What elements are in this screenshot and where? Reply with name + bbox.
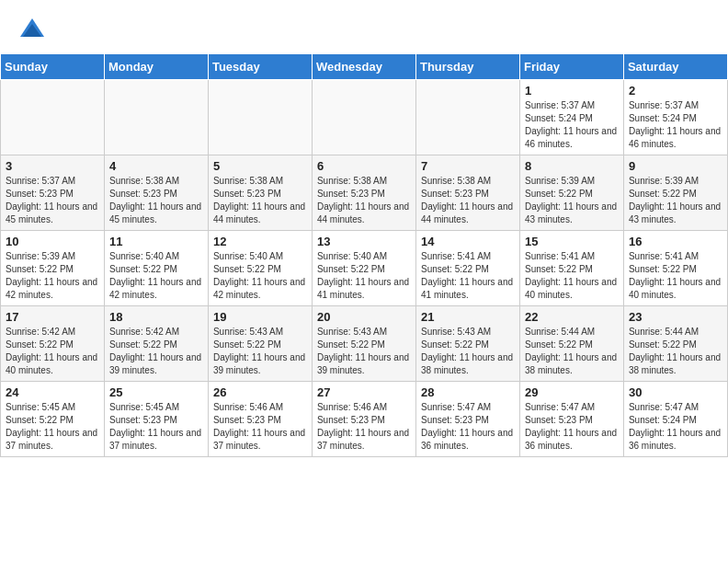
header-monday: Monday: [104, 54, 208, 80]
day-info: Sunrise: 5:39 AM Sunset: 5:22 PM Dayligh…: [629, 175, 722, 226]
calendar-cell: 10Sunrise: 5:39 AM Sunset: 5:22 PM Dayli…: [1, 231, 105, 306]
day-number: 15: [525, 235, 619, 248]
day-info: Sunrise: 5:42 AM Sunset: 5:22 PM Dayligh…: [109, 326, 203, 377]
day-number: 27: [317, 385, 411, 399]
calendar-cell: 17Sunrise: 5:42 AM Sunset: 5:22 PM Dayli…: [1, 306, 105, 382]
day-number: 10: [6, 235, 99, 248]
day-info: Sunrise: 5:40 AM Sunset: 5:22 PM Dayligh…: [317, 250, 411, 302]
day-number: 12: [213, 235, 307, 248]
day-info: Sunrise: 5:38 AM Sunset: 5:23 PM Dayligh…: [213, 175, 307, 226]
day-number: 28: [421, 385, 515, 399]
calendar-cell: 25Sunrise: 5:45 AM Sunset: 5:23 PM Dayli…: [104, 382, 208, 457]
calendar-cell: [104, 80, 208, 155]
calendar-cell: 1Sunrise: 5:37 AM Sunset: 5:24 PM Daylig…: [519, 80, 623, 155]
day-info: Sunrise: 5:45 AM Sunset: 5:22 PM Dayligh…: [6, 401, 99, 453]
calendar-cell: [415, 80, 519, 155]
day-info: Sunrise: 5:41 AM Sunset: 5:22 PM Dayligh…: [421, 250, 515, 302]
calendar-week-5: 24Sunrise: 5:45 AM Sunset: 5:22 PM Dayli…: [1, 382, 728, 457]
day-number: 22: [525, 310, 619, 324]
calendar-cell: 11Sunrise: 5:40 AM Sunset: 5:22 PM Dayli…: [104, 231, 208, 306]
day-number: 9: [629, 159, 722, 173]
page-header: [0, 0, 728, 53]
day-info: Sunrise: 5:37 AM Sunset: 5:24 PM Dayligh…: [525, 99, 619, 151]
day-number: 18: [109, 310, 203, 324]
day-number: 13: [317, 235, 411, 248]
day-number: 29: [525, 385, 619, 399]
day-number: 26: [213, 385, 307, 399]
day-info: Sunrise: 5:44 AM Sunset: 5:22 PM Dayligh…: [525, 326, 619, 377]
calendar-cell: [1, 80, 105, 155]
logo: [18, 17, 50, 44]
day-number: 6: [317, 159, 411, 173]
logo-icon: [18, 17, 46, 44]
day-info: Sunrise: 5:41 AM Sunset: 5:22 PM Dayligh…: [629, 250, 722, 302]
day-number: 7: [421, 159, 515, 173]
calendar-header-row: SundayMondayTuesdayWednesdayThursdayFrid…: [1, 54, 728, 80]
header-friday: Friday: [519, 54, 623, 80]
header-saturday: Saturday: [623, 54, 727, 80]
calendar-cell: 30Sunrise: 5:47 AM Sunset: 5:24 PM Dayli…: [623, 382, 727, 457]
calendar-cell: [208, 80, 312, 155]
calendar-cell: 22Sunrise: 5:44 AM Sunset: 5:22 PM Dayli…: [519, 306, 623, 382]
day-info: Sunrise: 5:47 AM Sunset: 5:24 PM Dayligh…: [629, 401, 722, 453]
day-info: Sunrise: 5:46 AM Sunset: 5:23 PM Dayligh…: [317, 401, 411, 453]
header-tuesday: Tuesday: [208, 54, 312, 80]
day-number: 23: [629, 310, 722, 324]
calendar-cell: 20Sunrise: 5:43 AM Sunset: 5:22 PM Dayli…: [312, 306, 415, 382]
calendar-cell: 3Sunrise: 5:37 AM Sunset: 5:23 PM Daylig…: [1, 155, 105, 231]
day-info: Sunrise: 5:40 AM Sunset: 5:22 PM Dayligh…: [213, 250, 307, 302]
calendar-cell: 13Sunrise: 5:40 AM Sunset: 5:22 PM Dayli…: [312, 231, 415, 306]
calendar-cell: 8Sunrise: 5:39 AM Sunset: 5:22 PM Daylig…: [519, 155, 623, 231]
calendar-cell: 15Sunrise: 5:41 AM Sunset: 5:22 PM Dayli…: [519, 231, 623, 306]
day-number: 19: [213, 310, 307, 324]
calendar-cell: 12Sunrise: 5:40 AM Sunset: 5:22 PM Dayli…: [208, 231, 312, 306]
calendar-cell: 16Sunrise: 5:41 AM Sunset: 5:22 PM Dayli…: [623, 231, 727, 306]
day-number: 14: [421, 235, 515, 248]
day-number: 21: [421, 310, 515, 324]
day-number: 30: [629, 385, 722, 399]
calendar-cell: 23Sunrise: 5:44 AM Sunset: 5:22 PM Dayli…: [623, 306, 727, 382]
calendar-cell: 5Sunrise: 5:38 AM Sunset: 5:23 PM Daylig…: [208, 155, 312, 231]
calendar-table: SundayMondayTuesdayWednesdayThursdayFrid…: [0, 53, 728, 457]
calendar-cell: 29Sunrise: 5:47 AM Sunset: 5:23 PM Dayli…: [519, 382, 623, 457]
day-number: 20: [317, 310, 411, 324]
day-number: 2: [629, 84, 722, 98]
calendar-cell: 4Sunrise: 5:38 AM Sunset: 5:23 PM Daylig…: [104, 155, 208, 231]
day-info: Sunrise: 5:43 AM Sunset: 5:22 PM Dayligh…: [421, 326, 515, 377]
calendar-cell: 26Sunrise: 5:46 AM Sunset: 5:23 PM Dayli…: [208, 382, 312, 457]
calendar-week-4: 17Sunrise: 5:42 AM Sunset: 5:22 PM Dayli…: [1, 306, 728, 382]
calendar-cell: 21Sunrise: 5:43 AM Sunset: 5:22 PM Dayli…: [415, 306, 519, 382]
day-info: Sunrise: 5:40 AM Sunset: 5:22 PM Dayligh…: [109, 250, 203, 302]
calendar-cell: 2Sunrise: 5:37 AM Sunset: 5:24 PM Daylig…: [623, 80, 727, 155]
day-number: 8: [525, 159, 619, 173]
day-number: 4: [109, 159, 203, 173]
calendar-cell: [312, 80, 415, 155]
day-info: Sunrise: 5:42 AM Sunset: 5:22 PM Dayligh…: [6, 326, 99, 377]
calendar-week-2: 3Sunrise: 5:37 AM Sunset: 5:23 PM Daylig…: [1, 155, 728, 231]
day-number: 11: [109, 235, 203, 248]
day-info: Sunrise: 5:39 AM Sunset: 5:22 PM Dayligh…: [6, 250, 99, 302]
day-number: 5: [213, 159, 307, 173]
day-number: 3: [6, 159, 99, 173]
day-number: 17: [6, 310, 99, 324]
day-number: 16: [629, 235, 722, 248]
calendar-cell: 6Sunrise: 5:38 AM Sunset: 5:23 PM Daylig…: [312, 155, 415, 231]
day-number: 25: [109, 385, 203, 399]
calendar-cell: 28Sunrise: 5:47 AM Sunset: 5:23 PM Dayli…: [415, 382, 519, 457]
day-info: Sunrise: 5:46 AM Sunset: 5:23 PM Dayligh…: [213, 401, 307, 453]
day-info: Sunrise: 5:47 AM Sunset: 5:23 PM Dayligh…: [421, 401, 515, 453]
day-info: Sunrise: 5:37 AM Sunset: 5:24 PM Dayligh…: [629, 99, 722, 151]
calendar-week-1: 1Sunrise: 5:37 AM Sunset: 5:24 PM Daylig…: [1, 80, 728, 155]
day-info: Sunrise: 5:41 AM Sunset: 5:22 PM Dayligh…: [525, 250, 619, 302]
day-info: Sunrise: 5:44 AM Sunset: 5:22 PM Dayligh…: [629, 326, 722, 377]
calendar-cell: 18Sunrise: 5:42 AM Sunset: 5:22 PM Dayli…: [104, 306, 208, 382]
day-info: Sunrise: 5:37 AM Sunset: 5:23 PM Dayligh…: [6, 175, 99, 226]
header-sunday: Sunday: [1, 54, 105, 80]
day-info: Sunrise: 5:38 AM Sunset: 5:23 PM Dayligh…: [421, 175, 515, 226]
header-wednesday: Wednesday: [312, 54, 415, 80]
calendar-cell: 19Sunrise: 5:43 AM Sunset: 5:22 PM Dayli…: [208, 306, 312, 382]
calendar-cell: 14Sunrise: 5:41 AM Sunset: 5:22 PM Dayli…: [415, 231, 519, 306]
day-info: Sunrise: 5:43 AM Sunset: 5:22 PM Dayligh…: [317, 326, 411, 377]
day-info: Sunrise: 5:45 AM Sunset: 5:23 PM Dayligh…: [109, 401, 203, 453]
day-info: Sunrise: 5:38 AM Sunset: 5:23 PM Dayligh…: [317, 175, 411, 226]
